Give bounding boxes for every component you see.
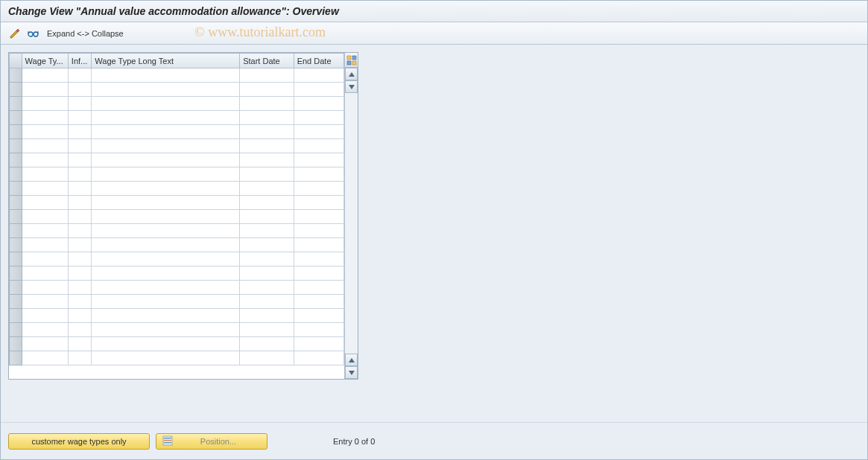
cell-start-date[interactable]	[240, 68, 294, 83]
cell-wage-type[interactable]	[22, 252, 68, 266]
cell-wage-type[interactable]	[22, 323, 68, 337]
cell-wage-type[interactable]	[22, 238, 68, 252]
cell-inf[interactable]	[68, 125, 91, 139]
cell-start-date[interactable]	[240, 337, 294, 351]
cell-start-date[interactable]	[240, 153, 294, 167]
cell-inf[interactable]	[68, 351, 91, 365]
cell-start-date[interactable]	[240, 210, 294, 224]
cell-end-date[interactable]	[294, 281, 343, 295]
cell-start-date[interactable]	[240, 167, 294, 182]
cell-long-text[interactable]	[92, 182, 240, 196]
cell-long-text[interactable]	[92, 167, 240, 182]
cell-long-text[interactable]	[92, 224, 240, 238]
row-selector-header[interactable]	[10, 54, 22, 68]
cell-start-date[interactable]	[240, 323, 294, 337]
cell-wage-type[interactable]	[22, 97, 68, 111]
row-selector[interactable]	[10, 167, 22, 182]
cell-inf[interactable]	[68, 196, 91, 210]
cell-start-date[interactable]	[240, 309, 294, 323]
cell-end-date[interactable]	[294, 309, 343, 323]
cell-inf[interactable]	[68, 266, 91, 281]
cell-wage-type[interactable]	[22, 210, 68, 224]
cell-inf[interactable]	[68, 295, 91, 309]
row-selector[interactable]	[10, 111, 22, 125]
cell-long-text[interactable]	[92, 153, 240, 167]
cell-start-date[interactable]	[240, 252, 294, 266]
cell-end-date[interactable]	[294, 337, 343, 351]
cell-start-date[interactable]	[240, 266, 294, 281]
cell-wage-type[interactable]	[22, 281, 68, 295]
cell-wage-type[interactable]	[22, 125, 68, 139]
cell-wage-type[interactable]	[22, 139, 68, 153]
cell-end-date[interactable]	[294, 210, 343, 224]
cell-end-date[interactable]	[294, 153, 343, 167]
cell-end-date[interactable]	[294, 266, 343, 281]
scroll-up-button[interactable]	[345, 68, 358, 80]
cell-end-date[interactable]	[294, 323, 343, 337]
cell-inf[interactable]	[68, 323, 91, 337]
row-selector[interactable]	[10, 351, 22, 365]
row-selector[interactable]	[10, 224, 22, 238]
cell-wage-type[interactable]	[22, 337, 68, 351]
glasses-select-icon[interactable]	[26, 27, 39, 40]
cell-wage-type[interactable]	[22, 224, 68, 238]
cell-start-date[interactable]	[240, 83, 294, 97]
pencil-glasses-icon[interactable]	[8, 27, 22, 40]
row-selector[interactable]	[10, 252, 22, 266]
row-selector[interactable]	[10, 125, 22, 139]
cell-start-date[interactable]	[240, 139, 294, 153]
cell-inf[interactable]	[68, 252, 91, 266]
cell-inf[interactable]	[68, 210, 91, 224]
cell-end-date[interactable]	[294, 224, 343, 238]
cell-wage-type[interactable]	[22, 309, 68, 323]
cell-wage-type[interactable]	[22, 153, 68, 167]
cell-long-text[interactable]	[92, 83, 240, 97]
scroll-up-button-bottom[interactable]	[345, 354, 358, 366]
cell-long-text[interactable]	[92, 337, 240, 351]
row-selector[interactable]	[10, 337, 22, 351]
cell-long-text[interactable]	[92, 281, 240, 295]
col-header-long-text[interactable]: Wage Type Long Text	[92, 54, 240, 68]
cell-end-date[interactable]	[294, 139, 343, 153]
table-config-button[interactable]	[345, 53, 358, 68]
cell-start-date[interactable]	[240, 351, 294, 365]
cell-start-date[interactable]	[240, 125, 294, 139]
cell-long-text[interactable]	[92, 295, 240, 309]
cell-end-date[interactable]	[294, 182, 343, 196]
cell-wage-type[interactable]	[22, 295, 68, 309]
cell-start-date[interactable]	[240, 111, 294, 125]
cell-long-text[interactable]	[92, 309, 240, 323]
expand-collapse-button[interactable]: Expand <-> Collapse	[44, 28, 127, 39]
cell-long-text[interactable]	[92, 351, 240, 365]
row-selector[interactable]	[10, 309, 22, 323]
row-selector[interactable]	[10, 68, 22, 83]
cell-end-date[interactable]	[294, 83, 343, 97]
cell-start-date[interactable]	[240, 295, 294, 309]
cell-long-text[interactable]	[92, 125, 240, 139]
cell-start-date[interactable]	[240, 224, 294, 238]
row-selector[interactable]	[10, 153, 22, 167]
cell-inf[interactable]	[68, 281, 91, 295]
cell-wage-type[interactable]	[22, 266, 68, 281]
cell-long-text[interactable]	[92, 111, 240, 125]
cell-wage-type[interactable]	[22, 68, 68, 83]
cell-inf[interactable]	[68, 97, 91, 111]
cell-long-text[interactable]	[92, 68, 240, 83]
row-selector[interactable]	[10, 210, 22, 224]
position-button[interactable]: Position...	[156, 433, 267, 450]
row-selector[interactable]	[10, 196, 22, 210]
cell-long-text[interactable]	[92, 238, 240, 252]
vertical-scrollbar[interactable]	[344, 53, 358, 379]
scroll-track[interactable]	[345, 93, 358, 354]
cell-end-date[interactable]	[294, 125, 343, 139]
cell-long-text[interactable]	[92, 139, 240, 153]
cell-wage-type[interactable]	[22, 196, 68, 210]
cell-start-date[interactable]	[240, 196, 294, 210]
cell-wage-type[interactable]	[22, 83, 68, 97]
cell-wage-type[interactable]	[22, 167, 68, 182]
cell-end-date[interactable]	[294, 295, 343, 309]
cell-long-text[interactable]	[92, 266, 240, 281]
cell-end-date[interactable]	[294, 68, 343, 83]
cell-long-text[interactable]	[92, 196, 240, 210]
cell-inf[interactable]	[68, 153, 91, 167]
